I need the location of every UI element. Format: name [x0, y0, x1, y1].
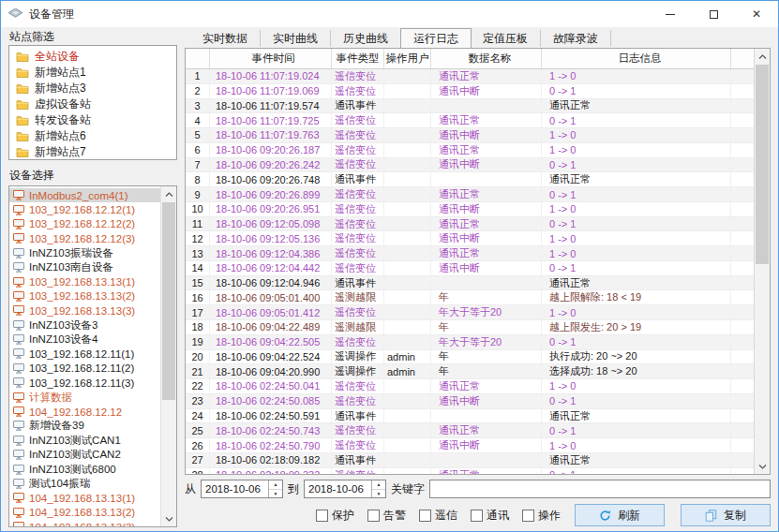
device-item[interactable]: InModbus2_com4(1) [9, 188, 160, 202]
device-item[interactable]: 103_192.168.12.12(1) [9, 202, 160, 216]
maximize-button[interactable] [692, 1, 735, 27]
log-row[interactable]: 3 18-10-06 11:07:19.574 通讯事件 通讯正常 [186, 99, 754, 114]
station-item[interactable]: 虚拟设备站 [9, 96, 176, 112]
scroll-down-icon[interactable] [755, 459, 770, 474]
scroll-up-icon[interactable] [755, 49, 770, 64]
filter-checkbox[interactable]: 保护 [316, 508, 354, 524]
log-row[interactable]: 10 18-10-06 09:20:26.951 遥信变位 通讯中断 1 -> … [186, 202, 754, 217]
spinner-up-icon[interactable]: ▲ [372, 480, 385, 490]
log-row[interactable]: 2 18-10-06 11:07:19.069 遥信变位 通讯中断 0 -> 1 [186, 84, 754, 99]
station-item[interactable]: 转发设备站 [9, 112, 176, 128]
log-row[interactable]: 25 18-10-06 02:24:50.743 遥信变位 通讯正常 0 -> … [186, 423, 754, 438]
log-row[interactable]: 28 18-10-06 02:18:09.333 遥信变位 通讯正常 0 -> … [186, 468, 754, 474]
log-row[interactable]: 5 18-10-06 11:07:19.763 遥信变位 通讯中断 1 -> 0 [186, 128, 754, 143]
log-row[interactable]: 13 18-10-06 09:12:04.386 遥信变位 通讯正常 1 -> … [186, 246, 754, 261]
device-item[interactable]: 104_192.168.13.13(3) [9, 520, 160, 526]
date-to-spinner[interactable]: ▲ ▼ [371, 480, 385, 497]
tab[interactable]: 历史曲线 [331, 30, 401, 47]
checkbox-icon[interactable] [522, 510, 534, 522]
log-row[interactable]: 27 18-10-06 02:18:09.182 通讯事件 通讯正常 [186, 453, 754, 468]
spinner-down-icon[interactable]: ▼ [269, 490, 282, 498]
device-item[interactable]: 新增设备39 [9, 419, 160, 433]
checkbox-icon[interactable] [316, 510, 328, 522]
log-row[interactable]: 8 18-10-06 09:20:26.748 通讯事件 通讯正常 [186, 172, 754, 187]
device-item[interactable]: InNZ103测试CAN2 [9, 448, 160, 462]
device-item[interactable]: InNZ103测试6800 [9, 462, 160, 476]
station-item[interactable]: 新增站点6 [9, 128, 176, 144]
close-button[interactable]: ✕ [735, 1, 778, 27]
log-row[interactable]: 12 18-10-06 09:12:05.136 遥信变位 通讯中断 1 -> … [186, 231, 754, 246]
device-item[interactable]: 103_192.168.12.12(3) [9, 231, 160, 245]
tab[interactable]: 定值压板 [471, 30, 541, 47]
checkbox-icon[interactable] [419, 510, 431, 522]
device-item[interactable]: 103_192.168.13.13(1) [9, 274, 160, 288]
device-item[interactable]: 103_192.168.13.13(2) [9, 289, 160, 303]
device-list-scrollbar[interactable] [160, 186, 176, 526]
log-row[interactable]: 4 18-10-06 11:07:19.725 遥信变位 通讯正常 0 -> 1 [186, 113, 754, 128]
checkbox-icon[interactable] [367, 510, 380, 522]
log-row[interactable]: 17 18-10-06 09:05:01.412 遥信变位 年大于等于20 1 … [186, 305, 754, 320]
filter-checkbox[interactable]: 遥信 [419, 508, 457, 524]
device-item[interactable]: InNZ103设备3 [9, 318, 160, 332]
checkbox-icon[interactable] [471, 510, 483, 522]
keyword-input[interactable] [429, 480, 771, 498]
log-row[interactable]: 22 18-10-06 02:24:50.041 遥信变位 通讯正常 1 -> … [186, 379, 754, 394]
scrollbar-thumb[interactable] [756, 65, 769, 264]
minimize-button[interactable] [649, 1, 692, 27]
log-row[interactable]: 9 18-10-06 09:20:26.899 遥信变位 通讯正常 0 -> 1 [186, 187, 754, 202]
device-item[interactable]: 103_192.168.12.11(2) [9, 362, 160, 376]
date-from-input[interactable]: 2018-10-06 ▲ ▼ [201, 480, 283, 498]
log-row[interactable]: 23 18-10-06 02:24:50.085 遥信变位 通讯中断 0 -> … [186, 394, 754, 409]
device-item[interactable]: InNZ103南自设备 [9, 260, 160, 274]
log-row[interactable]: 24 18-10-06 02:24:50.591 通讯事件 通讯正常 [186, 409, 754, 424]
device-item[interactable]: 103_192.168.12.11(3) [9, 376, 160, 390]
log-row[interactable]: 14 18-10-06 09:12:04.442 遥信变位 通讯中断 0 -> … [186, 261, 754, 276]
station-item[interactable]: 新增站点1 [9, 65, 176, 81]
tab[interactable]: 故障录波 [541, 30, 611, 47]
scroll-down-icon[interactable] [161, 511, 176, 526]
device-item[interactable]: 计算数据 [9, 390, 160, 404]
device-item[interactable]: InNZ103测试CAN1 [9, 434, 160, 448]
log-row[interactable]: 6 18-10-06 09:20:26.187 遥信变位 通讯正常 1 -> 0 [186, 143, 754, 158]
date-to-input[interactable]: 2018-10-06 ▲ ▼ [304, 480, 386, 498]
filter-checkbox[interactable]: 通讯 [471, 508, 509, 524]
device-item[interactable]: 104_192.168.13.13(2) [9, 506, 160, 520]
filter-checkbox[interactable]: 告警 [367, 508, 406, 524]
log-row[interactable]: 19 18-10-06 09:04:22.505 遥信变位 年大于等于20 0 … [186, 335, 754, 350]
log-row[interactable]: 20 18-10-06 09:04:22.524 遥调操作 admin 年 执行… [186, 350, 754, 365]
refresh-button[interactable]: 刷新 [575, 504, 665, 526]
device-item[interactable]: 测试104振瑞 [9, 477, 160, 491]
tab[interactable]: 实时数据 [190, 30, 261, 47]
device-item[interactable]: 104_192.168.13.13(1) [9, 491, 160, 505]
cell-filler [731, 172, 754, 186]
station-item[interactable]: 新增站点7 [9, 144, 176, 160]
log-row[interactable]: 15 18-10-06 09:12:04.946 通讯事件 通讯正常 [186, 276, 754, 291]
station-item[interactable]: 新增站点3 [9, 81, 176, 96]
tab[interactable]: 运行日志 [400, 28, 472, 48]
scrollbar-thumb[interactable] [162, 202, 175, 400]
log-row[interactable]: 26 18-10-06 02:24:50.790 遥信变位 通讯中断 1 -> … [186, 438, 754, 453]
spinner-down-icon[interactable]: ▼ [372, 490, 385, 498]
device-item[interactable]: InNZ103振瑞设备 [9, 246, 160, 260]
table-scrollbar[interactable] [754, 49, 770, 474]
station-item[interactable]: 全站设备 [9, 49, 176, 65]
cell-rownum: 25 [186, 423, 210, 437]
device-item[interactable]: InNZ103设备4 [9, 332, 160, 347]
copy-button[interactable]: 复制 [681, 504, 771, 526]
tab[interactable]: 实时曲线 [261, 30, 331, 47]
log-row[interactable]: 21 18-10-06 09:04:20.990 遥调操作 admin 年 选择… [186, 364, 754, 379]
log-row[interactable]: 11 18-10-06 09:12:05.098 遥信变位 通讯正常 0 -> … [186, 217, 754, 232]
log-row[interactable]: 1 18-10-06 11:07:19.024 遥信变位 通讯正常 1 -> 0 [186, 69, 754, 84]
log-row[interactable]: 7 18-10-06 09:20:26.242 遥信变位 通讯中断 0 -> 1 [186, 158, 754, 173]
device-item[interactable]: 103_192.168.12.12(2) [9, 217, 160, 231]
date-from-spinner[interactable]: ▲ ▼ [268, 480, 282, 497]
log-row[interactable]: 18 18-10-06 09:04:22.489 遥测越限 年 越上限发生: 2… [186, 320, 754, 335]
device-item[interactable]: 103_192.168.12.11(1) [9, 347, 160, 361]
scroll-up-icon[interactable] [161, 186, 176, 201]
device-item[interactable]: 104_192.168.12.12 [9, 405, 160, 419]
filter-checkbox[interactable]: 操作 [522, 508, 561, 524]
log-row[interactable]: 16 18-10-06 09:05:01.400 遥测越限 年 越上限解除: 1… [186, 290, 754, 305]
device-monitor-icon [13, 233, 24, 244]
spinner-up-icon[interactable]: ▲ [269, 480, 282, 490]
device-item[interactable]: 103_192.168.13.13(3) [9, 303, 160, 318]
